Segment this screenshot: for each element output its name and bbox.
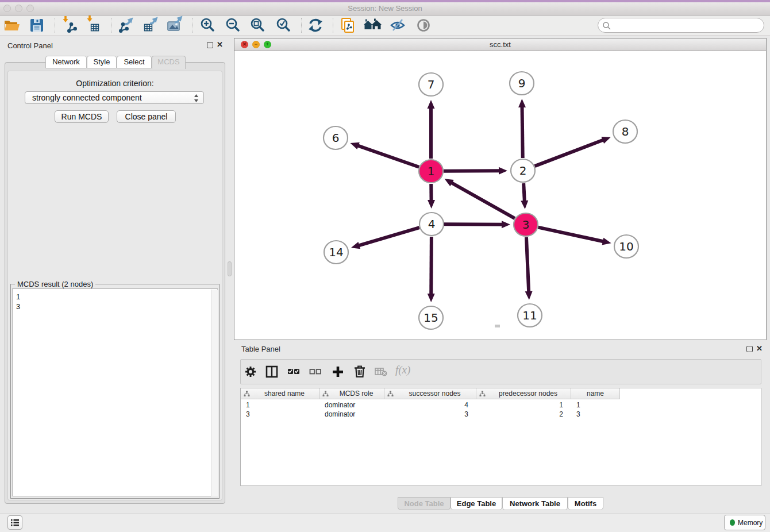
memory-button[interactable]: Memory xyxy=(724,515,765,530)
edge-2-9[interactable] xyxy=(522,106,523,158)
node-9[interactable]: 9 xyxy=(510,72,534,95)
cell[interactable]: 1 xyxy=(476,400,563,410)
deselect-all-button[interactable] xyxy=(306,362,325,384)
svg-text:8: 8 xyxy=(622,125,629,138)
network-close-button[interactable]: ✕ xyxy=(241,41,248,48)
node-14[interactable]: 14 xyxy=(324,241,348,264)
cell[interactable]: 1 xyxy=(246,400,250,410)
cell[interactable]: dominator xyxy=(325,410,355,419)
export-network-button[interactable] xyxy=(116,16,136,37)
show-button[interactable] xyxy=(414,16,433,37)
cell[interactable]: 4 xyxy=(384,400,468,410)
column-header-MCDS-role[interactable]: MCDS role xyxy=(319,388,384,399)
column-header-successor-nodes[interactable]: successor nodes xyxy=(384,388,476,399)
table-tab-motifs[interactable]: Motifs xyxy=(568,497,603,510)
copy-session-button[interactable] xyxy=(338,16,357,37)
edge-3-10[interactable] xyxy=(538,228,603,242)
mcds-result-scrollbar[interactable] xyxy=(211,290,218,496)
zoom-selected-button[interactable] xyxy=(274,16,294,37)
search-icon xyxy=(602,21,611,30)
toolbar-separator xyxy=(55,18,55,33)
svg-text:1: 1 xyxy=(428,164,435,178)
run-mcds-button[interactable]: Run MCDS xyxy=(55,110,109,123)
refresh-button[interactable] xyxy=(306,16,325,37)
svg-text:6: 6 xyxy=(332,131,340,145)
node-4[interactable]: 4 xyxy=(419,213,444,236)
memory-status-icon xyxy=(730,519,735,526)
table-tab-edge-table[interactable]: Edge Table xyxy=(451,497,502,510)
cell[interactable]: 3 xyxy=(384,410,468,419)
cell[interactable]: 3 xyxy=(246,410,250,419)
zoom-in-button[interactable] xyxy=(198,16,218,37)
network-minimize-button[interactable]: − xyxy=(252,41,260,48)
control-panel-title: Control Panel xyxy=(7,41,53,50)
node-10[interactable]: 10 xyxy=(614,235,638,258)
node-2[interactable]: 2 xyxy=(511,159,535,182)
optimization-criterion-select[interactable]: strongly connected component xyxy=(25,91,204,104)
node-11[interactable]: 11 xyxy=(518,304,542,327)
node-6[interactable]: 6 xyxy=(324,126,348,149)
home-button[interactable] xyxy=(363,16,382,37)
control-tab-select[interactable]: Select xyxy=(117,56,152,68)
close-panel-button[interactable]: Close panel xyxy=(117,110,176,123)
node-7[interactable]: 7 xyxy=(419,73,443,96)
cell[interactable]: 1 xyxy=(576,400,580,410)
edge-3-1[interactable] xyxy=(451,183,515,219)
network-zoom-button[interactable]: + xyxy=(264,41,271,48)
toolbar-separator xyxy=(192,18,193,33)
gear-button[interactable] xyxy=(241,362,260,384)
zoom-out-button[interactable] xyxy=(224,16,243,37)
edge-2-8[interactable] xyxy=(535,140,604,166)
columns-button[interactable] xyxy=(262,362,282,384)
control-tab-style[interactable]: Style xyxy=(87,56,117,68)
control-tab-mcds[interactable]: MCDS xyxy=(152,56,186,69)
save-button[interactable] xyxy=(27,16,47,37)
svg-text:4: 4 xyxy=(428,217,436,231)
control-panel-close-button[interactable]: ✕ xyxy=(217,40,223,49)
delete-column-button[interactable] xyxy=(371,362,391,384)
select-all-button[interactable] xyxy=(284,362,303,384)
hide-button[interactable] xyxy=(388,16,407,37)
mcds-result-list[interactable]: 13 xyxy=(12,288,218,496)
zoom-fit-button[interactable] xyxy=(248,16,268,37)
import-network-button[interactable] xyxy=(60,16,79,37)
cell[interactable]: 2 xyxy=(476,410,563,419)
table-panel-float-button[interactable] xyxy=(746,346,753,352)
control-panel-float-button[interactable] xyxy=(207,42,213,48)
table-panel-close-button[interactable]: ✕ xyxy=(756,344,763,353)
control-tab-network[interactable]: Network xyxy=(45,56,87,68)
edge-2-3[interactable] xyxy=(523,183,525,202)
edge-arrow xyxy=(601,137,610,144)
edge-4-3[interactable] xyxy=(444,224,503,225)
network-scroll-thumb[interactable] xyxy=(495,325,500,327)
table-tab-network-table[interactable]: Network Table xyxy=(502,497,568,510)
cell[interactable]: 3 xyxy=(576,410,580,419)
column-header-predecessor-nodes[interactable]: predecessor nodes xyxy=(476,388,571,399)
open-folder-button[interactable] xyxy=(3,16,22,37)
network-graph[interactable]: 7968124314101511 xyxy=(234,51,766,340)
export-table-button[interactable] xyxy=(140,16,160,37)
trash-button[interactable] xyxy=(350,362,369,384)
edge-3-11[interactable] xyxy=(526,237,529,292)
edge-4-15[interactable] xyxy=(431,237,432,295)
edge-1-6[interactable] xyxy=(357,145,419,167)
table-tab-node-table[interactable]: Node Table xyxy=(398,497,451,510)
edge-arrow xyxy=(525,291,533,300)
column-header-name[interactable]: name xyxy=(571,388,620,399)
node-8[interactable]: 8 xyxy=(613,120,637,143)
export-image-button[interactable] xyxy=(165,16,184,37)
panel-splitter-handle[interactable] xyxy=(228,261,232,276)
node-3[interactable]: 3 xyxy=(514,213,538,236)
task-history-button[interactable] xyxy=(7,515,22,530)
mcds-result-item: 1 xyxy=(16,292,217,302)
edge-arrow xyxy=(521,201,528,209)
edge-4-14[interactable] xyxy=(358,228,419,245)
cell[interactable]: dominator xyxy=(325,400,355,410)
import-table-button[interactable] xyxy=(84,16,103,37)
edge-1-2[interactable] xyxy=(444,171,500,171)
column-header-shared-name[interactable]: shared name xyxy=(241,388,319,399)
node-1[interactable]: 1 xyxy=(419,160,443,183)
add-button[interactable] xyxy=(328,362,348,384)
node-15[interactable]: 15 xyxy=(419,306,443,329)
search-input[interactable] xyxy=(598,18,764,33)
